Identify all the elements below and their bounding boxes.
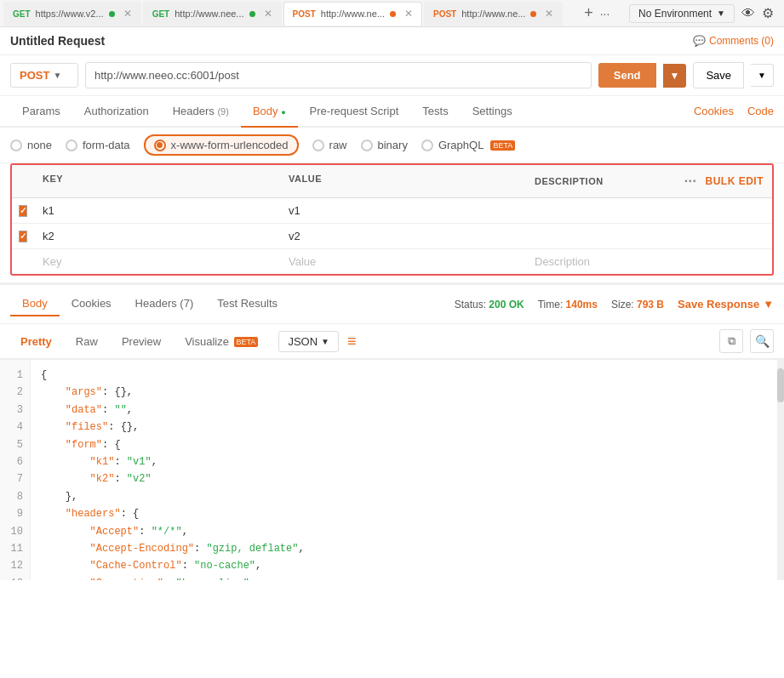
eye-icon[interactable]: 👁 — [741, 6, 755, 21]
json-format-select[interactable]: JSON ▼ — [278, 331, 339, 352]
headers-badge: (9) — [217, 106, 228, 117]
line-numbers: 1234567 891011121314 15161718192021 2223 — [0, 360, 31, 580]
radio-urlencoded[interactable] — [154, 140, 166, 151]
wrap-icon[interactable]: ≡ — [347, 333, 357, 350]
placeholder-desc[interactable]: Description — [526, 249, 772, 274]
tab-dot-1 — [109, 11, 115, 17]
row1-checkbox[interactable] — [12, 199, 34, 223]
row2-desc[interactable] — [526, 231, 772, 242]
kv-more-icon[interactable]: ··· — [684, 174, 697, 189]
format-tab-preview[interactable]: Preview — [112, 331, 171, 352]
status-ok: 200 OK — [489, 299, 524, 311]
time-value: 140ms — [566, 299, 598, 311]
save-button[interactable]: Save — [693, 62, 744, 88]
save-dropdown-button[interactable]: ▼ — [751, 64, 774, 87]
body-type-binary[interactable]: binary — [361, 139, 408, 151]
comments-button[interactable]: 💬 Comments (0) — [693, 35, 774, 47]
tab-headers[interactable]: Headers (9) — [161, 96, 241, 128]
resp-tab-testresults[interactable]: Test Results — [205, 292, 289, 316]
checkbox-row1[interactable] — [19, 205, 27, 217]
add-tab-button[interactable]: + — [584, 4, 593, 22]
url-input[interactable] — [85, 62, 592, 88]
close-icon-2[interactable]: ✕ — [264, 8, 272, 20]
resp-tab-headers[interactable]: Headers (7) — [123, 292, 206, 316]
tab-post-2[interactable]: POST http://www.ne... ✕ — [424, 2, 563, 26]
row2-checkbox[interactable] — [12, 225, 34, 248]
table-row: k1 v1 — [12, 198, 772, 224]
body-type-binary-label: binary — [378, 139, 408, 151]
copy-button[interactable]: ⧉ — [719, 329, 743, 353]
env-chevron-icon: ▼ — [717, 9, 725, 18]
size-value: 793 B — [637, 299, 664, 311]
method-chevron-icon: ▼ — [53, 71, 61, 80]
tab-tests[interactable]: Tests — [410, 96, 460, 128]
table-row: k2 v2 — [12, 224, 772, 249]
body-type-graphql[interactable]: GraphQL BETA — [421, 139, 515, 151]
beta-badge: BETA — [490, 140, 515, 151]
cookies-link[interactable]: Cookies — [694, 105, 734, 117]
resp-tab-body[interactable]: Body — [10, 292, 60, 316]
placeholder-value[interactable]: Value — [280, 249, 526, 274]
desc-col-header: DESCRIPTION ··· Bulk Edit — [526, 170, 772, 192]
response-tabs: Body Cookies Headers (7) Test Results — [10, 292, 289, 316]
tab-url-3: http://www.ne... — [321, 9, 385, 19]
row2-value[interactable]: v2 — [280, 224, 526, 248]
row1-key[interactable]: k1 — [34, 198, 280, 223]
body-type-formdata[interactable]: form-data — [66, 139, 130, 151]
format-tab-pretty[interactable]: Pretty — [10, 331, 62, 352]
close-icon-4[interactable]: ✕ — [545, 8, 553, 20]
placeholder-key[interactable]: Key — [34, 249, 280, 274]
radio-none[interactable] — [10, 140, 22, 151]
format-tab-visualize[interactable]: Visualize BETA — [175, 331, 268, 352]
tab-params[interactable]: Params — [10, 96, 72, 128]
tab-get-1[interactable]: GET https://www.v2... ✕ — [3, 2, 141, 26]
response-header: Body Cookies Headers (7) Test Results St… — [0, 282, 784, 324]
tab-settings[interactable]: Settings — [461, 96, 524, 128]
radio-formdata[interactable] — [66, 140, 77, 151]
tab-body[interactable]: Body ● — [241, 96, 298, 128]
tab-get-2[interactable]: GET http://www.nee... ✕ — [143, 2, 282, 26]
method-label-2: GET — [152, 9, 170, 19]
method-select[interactable]: POST ▼ — [10, 63, 78, 88]
body-type-urlencoded[interactable]: x-www-form-urlencoded — [144, 134, 299, 156]
request-nav: Params Authorization Headers (9) Body ● … — [0, 96, 784, 128]
checkbox-row2[interactable] — [19, 231, 27, 242]
row2-key[interactable]: k2 — [34, 224, 280, 248]
tab-dot-4 — [530, 11, 536, 17]
format-tab-raw[interactable]: Raw — [66, 331, 108, 352]
value-col-header: VALUE — [280, 170, 526, 192]
scroll-thumb[interactable] — [777, 368, 784, 402]
radio-graphql[interactable] — [421, 140, 433, 151]
tab-url-4: http://www.ne... — [461, 9, 525, 19]
tab-authorization[interactable]: Authorization — [72, 96, 161, 128]
size-badge: Size: 793 B — [611, 299, 664, 311]
save-response-label: Save Response — [678, 298, 759, 311]
resp-tab-cookies[interactable]: Cookies — [60, 292, 123, 316]
status-badge: Status: 200 OK — [455, 299, 524, 311]
method-label-3: POST — [293, 9, 316, 19]
tab-url-1: https://www.v2... — [36, 9, 104, 19]
radio-binary[interactable] — [361, 140, 373, 151]
kv-table: KEY VALUE DESCRIPTION ··· Bulk Edit k1 v… — [10, 163, 774, 276]
send-dropdown-button[interactable]: ▼ — [663, 64, 687, 88]
gear-icon[interactable]: ⚙ — [762, 5, 774, 21]
bulk-edit-button[interactable]: Bulk Edit — [706, 175, 764, 187]
save-response-button[interactable]: Save Response ▼ — [678, 298, 774, 311]
body-type-none[interactable]: none — [10, 139, 52, 151]
tab-prerequest[interactable]: Pre-request Script — [298, 96, 411, 128]
search-button[interactable]: 🔍 — [750, 329, 774, 353]
close-icon-3[interactable]: ✕ — [404, 8, 413, 20]
tab-post-1[interactable]: POST http://www.ne... ✕ — [283, 2, 422, 26]
send-button[interactable]: Send — [598, 63, 656, 88]
row1-value[interactable]: v1 — [280, 198, 526, 223]
format-select-label: JSON — [288, 335, 318, 348]
row1-desc[interactable] — [526, 205, 772, 217]
response-code[interactable]: { "args": {}, "data": "", "files": {}, "… — [31, 360, 777, 580]
code-link[interactable]: Code — [747, 105, 774, 117]
body-type-raw[interactable]: raw — [312, 139, 347, 151]
env-selector[interactable]: No Environment ▼ — [629, 4, 735, 23]
more-tabs-button[interactable]: ··· — [600, 7, 610, 20]
scrollbar[interactable] — [777, 360, 784, 580]
radio-raw[interactable] — [312, 140, 324, 151]
close-icon-1[interactable]: ✕ — [123, 8, 132, 20]
